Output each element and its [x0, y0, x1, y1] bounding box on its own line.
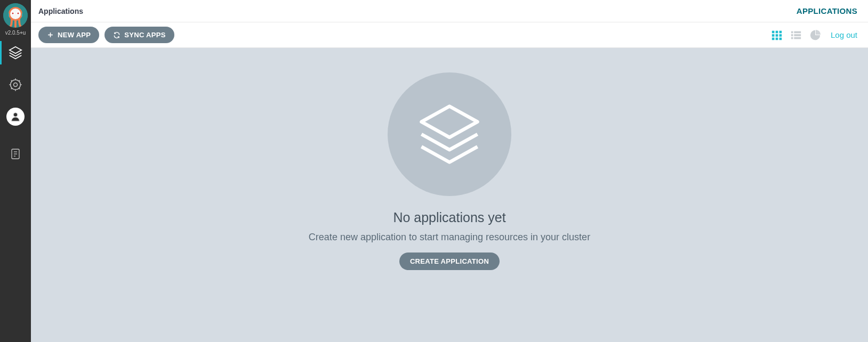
logout-link[interactable]: Log out [831, 30, 857, 39]
svg-point-8 [11, 80, 21, 90]
sidebar-item-user[interactable] [0, 101, 31, 133]
svg-rect-25 [791, 31, 793, 33]
person-icon [10, 111, 21, 123]
layers-large-icon [412, 97, 487, 172]
grid-icon [771, 29, 783, 41]
sidebar-item-applications[interactable] [0, 37, 31, 69]
new-app-label: NEW APP [58, 31, 91, 39]
svg-rect-27 [791, 34, 793, 36]
sidebar-item-docs[interactable] [0, 138, 31, 170]
view-pie-button[interactable] [809, 29, 821, 41]
header-link-applications[interactable]: APPLICATIONS [797, 6, 857, 15]
view-list-button[interactable] [790, 29, 802, 41]
svg-rect-21 [779, 34, 782, 37]
svg-rect-17 [776, 30, 778, 33]
empty-subtitle: Create new application to start managing… [309, 232, 590, 243]
svg-point-7 [14, 83, 18, 87]
argo-logo[interactable] [3, 3, 28, 28]
version-label: v2.0.5+u [3, 30, 28, 36]
sync-icon [113, 31, 120, 39]
breadcrumb: Applications [38, 7, 83, 15]
svg-point-9 [13, 113, 17, 117]
svg-rect-26 [794, 31, 801, 33]
empty-title: No applications yet [393, 210, 505, 225]
layers-icon [7, 45, 23, 61]
sidebar-item-settings[interactable] [0, 69, 31, 101]
create-application-button[interactable]: CREATE APPLICATION [399, 253, 500, 270]
svg-rect-18 [779, 30, 782, 33]
new-app-button[interactable]: NEW APP [38, 27, 99, 43]
svg-rect-23 [776, 37, 778, 40]
svg-point-5 [12, 13, 14, 14]
svg-rect-22 [772, 37, 775, 40]
header: Applications APPLICATIONS [31, 0, 868, 22]
empty-illustration [388, 72, 511, 196]
logo-wrap: v2.0.5+u [3, 0, 28, 37]
svg-rect-16 [772, 30, 775, 33]
content-empty-state: No applications yet Create new applicati… [31, 48, 868, 342]
gear-icon [8, 77, 23, 92]
svg-rect-19 [772, 34, 775, 37]
toolbar: NEW APP SYNC APPS [31, 22, 868, 48]
user-avatar-icon [6, 108, 25, 126]
svg-rect-30 [794, 37, 801, 39]
view-tiles-button[interactable] [771, 29, 783, 41]
svg-point-6 [18, 13, 19, 14]
svg-rect-24 [779, 37, 782, 40]
main: Applications APPLICATIONS NEW APP SYNC A… [31, 0, 868, 342]
book-icon [9, 148, 22, 160]
plus-icon [47, 31, 54, 38]
sync-apps-label: SYNC APPS [124, 31, 165, 39]
sidebar: v2.0.5+u [0, 0, 31, 342]
view-toggle [771, 29, 821, 41]
pie-chart-icon [809, 29, 821, 41]
svg-rect-20 [776, 34, 778, 37]
svg-rect-29 [791, 37, 793, 39]
sync-apps-button[interactable]: SYNC APPS [105, 27, 174, 43]
list-icon [790, 29, 802, 41]
octopus-icon [3, 3, 28, 28]
svg-rect-28 [794, 34, 801, 36]
